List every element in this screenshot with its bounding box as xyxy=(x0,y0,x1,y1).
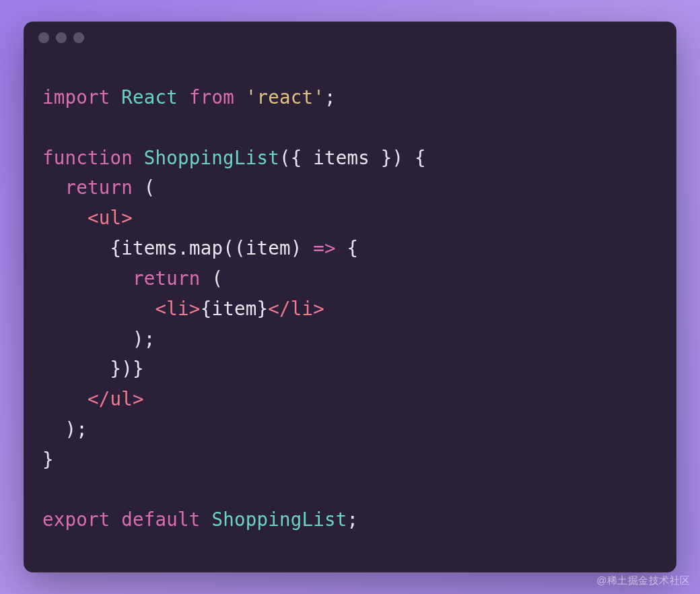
block-close: } xyxy=(110,358,122,379)
semicolon: ; xyxy=(347,508,358,530)
paren-open: ( xyxy=(234,237,246,259)
keyword-export: export xyxy=(42,508,110,530)
string-react: 'react' xyxy=(246,86,324,108)
jsx-angle-close: > xyxy=(313,298,324,319)
watermark-text: @稀土掘金技术社区 xyxy=(596,574,691,587)
jsx-angle-close: > xyxy=(189,298,201,319)
paren-close: ) xyxy=(133,328,144,350)
function-name: ShoppingList xyxy=(144,147,279,168)
jsx-expr-close: } xyxy=(133,358,144,379)
identifier-react: React xyxy=(121,86,178,108)
jsx-angle-close: > xyxy=(133,388,144,409)
paren-close: ) xyxy=(291,237,302,259)
block-open: { xyxy=(347,237,359,259)
paren-open: ( xyxy=(211,267,223,289)
window-titlebar xyxy=(24,22,676,54)
block-open: { xyxy=(415,147,426,168)
block-close: } xyxy=(42,449,54,470)
jsx-tag-ul: ul xyxy=(99,207,122,228)
paren-close: ) xyxy=(65,418,77,440)
keyword-function: function xyxy=(42,147,133,168)
semicolon: ; xyxy=(324,86,336,108)
traffic-light-zoom-icon[interactable] xyxy=(73,32,84,43)
dot: . xyxy=(178,237,189,259)
traffic-light-minimize-icon[interactable] xyxy=(56,32,67,43)
jsx-expr-open: { xyxy=(201,298,212,319)
keyword-default: default xyxy=(121,508,200,530)
param-items: items xyxy=(313,147,370,168)
jsx-expr-open: { xyxy=(110,237,122,259)
jsx-angle-close: > xyxy=(121,207,133,228)
paren-open: ( xyxy=(144,176,155,198)
export-name: ShoppingList xyxy=(211,508,347,530)
jsx-tag-ul-close: ul xyxy=(110,388,133,409)
traffic-light-close-icon[interactable] xyxy=(38,32,49,43)
semicolon: ; xyxy=(144,328,155,350)
jsx-angle-open: < xyxy=(155,298,167,319)
keyword-return: return xyxy=(133,267,201,289)
identifier-item: item xyxy=(211,298,256,319)
jsx-tag-li-close: li xyxy=(291,298,314,319)
jsx-expr-close: } xyxy=(256,298,268,319)
jsx-angle-open-close: </ xyxy=(268,298,291,319)
keyword-from: from xyxy=(189,86,234,108)
jsx-angle-open-close: </ xyxy=(88,388,110,409)
param-item: item xyxy=(246,237,291,259)
jsx-angle-open: < xyxy=(88,207,99,228)
brace-close: } xyxy=(381,147,392,168)
keyword-return: return xyxy=(65,176,133,198)
code-window: import React from 'react'; function Shop… xyxy=(24,22,676,572)
identifier-items: items xyxy=(121,237,178,259)
paren-close: ) xyxy=(392,147,404,168)
paren-open: ( xyxy=(279,147,291,168)
paren-close: ) xyxy=(121,358,133,379)
method-map: map xyxy=(189,237,223,259)
paren-open: ( xyxy=(223,237,234,259)
code-block: import React from 'react'; function Shop… xyxy=(24,54,676,548)
jsx-tag-li: li xyxy=(166,298,189,319)
arrow-fn: => xyxy=(313,237,336,259)
keyword-import: import xyxy=(42,86,110,108)
semicolon: ; xyxy=(76,418,88,440)
brace-open: { xyxy=(291,147,302,168)
